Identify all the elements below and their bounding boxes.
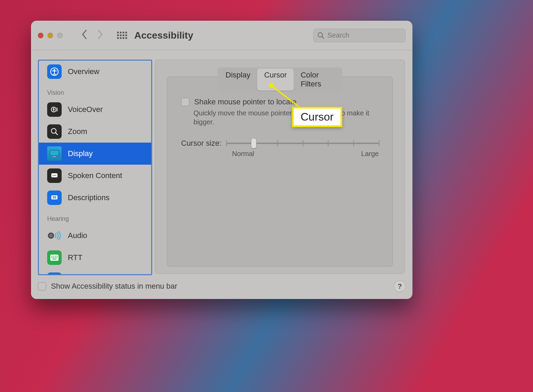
annotation-dot: [269, 83, 274, 88]
sidebar-item-label: Display: [68, 149, 93, 158]
slider-min-label: Normal: [232, 150, 254, 158]
svg-rect-22: [56, 256, 58, 257]
tab-cursor[interactable]: Cursor: [257, 69, 294, 91]
tab-color-filters[interactable]: Color Filters: [294, 69, 341, 91]
svg-point-5: [53, 108, 54, 109]
svg-rect-8: [50, 150, 59, 156]
svg-rect-26: [56, 257, 58, 258]
slider-end-labels: Normal Large: [232, 150, 379, 158]
sidebar-item-label: RTT: [68, 253, 82, 262]
close-icon[interactable]: [38, 33, 43, 38]
svg-rect-23: [51, 257, 52, 258]
svg-point-11: [53, 175, 54, 176]
svg-rect-19: [51, 256, 52, 257]
sidebar-item-voiceover[interactable]: VoiceOver: [39, 99, 151, 121]
zoom-icon: [47, 124, 62, 139]
sidebar-item-audio[interactable]: Audio: [39, 225, 151, 247]
svg-rect-21: [55, 256, 56, 257]
shake-pointer-checkbox[interactable]: [181, 98, 189, 106]
svg-point-13: [55, 175, 56, 176]
descriptions-icon: 99: [47, 190, 62, 205]
show-status-checkbox[interactable]: [38, 282, 46, 290]
annotation-callout: Cursor: [292, 107, 342, 127]
help-button[interactable]: ?: [394, 280, 406, 292]
svg-rect-20: [53, 256, 54, 257]
sidebar-section-hearing: Hearing: [39, 209, 151, 225]
voiceover-icon: [47, 102, 62, 117]
sidebar-item-label: Audio: [68, 231, 87, 240]
titlebar: Accessibility: [31, 21, 412, 50]
annotation-label: Cursor: [301, 111, 334, 123]
sidebar-item-overview[interactable]: Overview: [39, 61, 151, 83]
show-all-icon[interactable]: [117, 31, 127, 40]
shake-pointer-label: Shake mouse pointer to locate: [194, 97, 296, 106]
tab-bar: Display Cursor Color Filters: [218, 68, 342, 92]
sidebar: Overview Vision VoiceOver Zoom Displa: [38, 60, 152, 275]
cursor-size-label: Cursor size:: [181, 139, 221, 148]
sidebar-section-vision: Vision: [39, 83, 151, 99]
shake-pointer-row: Shake mouse pointer to locate: [181, 97, 379, 106]
main-panel: Shake mouse pointer to locate Quickly mo…: [155, 60, 405, 274]
content-box: Shake mouse pointer to locate Quickly mo…: [167, 76, 393, 267]
captions-icon: [47, 272, 62, 275]
audio-icon: [47, 228, 62, 243]
search-icon: [317, 32, 325, 39]
preferences-window: Accessibility Overview Vision VoiceOver: [31, 21, 412, 299]
svg-point-17: [49, 234, 53, 237]
sidebar-item-label: VoiceOver: [68, 105, 103, 114]
slider-max-label: Large: [361, 150, 379, 158]
rtt-icon: [47, 250, 62, 265]
cursor-size-slider[interactable]: [226, 139, 379, 147]
window-body: Overview Vision VoiceOver Zoom Displa: [31, 50, 412, 299]
svg-rect-25: [55, 257, 56, 258]
sidebar-item-spoken-content[interactable]: Spoken Content: [39, 165, 151, 187]
shake-pointer-description: Quickly move the mouse pointer back and …: [194, 109, 379, 126]
sidebar-item-display[interactable]: Display: [39, 143, 151, 165]
show-status-label: Show Accessibility status in menu bar: [51, 282, 177, 291]
sidebar-item-rtt[interactable]: RTT: [39, 247, 151, 269]
forward-button[interactable]: [97, 30, 103, 41]
sidebar-item-zoom[interactable]: Zoom: [39, 121, 151, 143]
svg-line-7: [55, 133, 58, 135]
footer-left: Show Accessibility status in menu bar: [38, 282, 177, 291]
traffic-lights: [38, 33, 63, 38]
minimize-icon[interactable]: [48, 33, 53, 38]
svg-rect-27: [52, 259, 56, 259]
svg-point-3: [54, 69, 55, 71]
display-icon: [47, 146, 62, 161]
svg-rect-9: [53, 156, 56, 157]
sidebar-item-captions[interactable]: Captions: [39, 269, 151, 275]
sidebar-item-label: Zoom: [68, 127, 87, 136]
back-button[interactable]: [81, 30, 87, 41]
sidebar-item-label: Overview: [68, 67, 100, 76]
search-field-wrap[interactable]: [313, 29, 406, 42]
spoken-content-icon: [47, 168, 62, 183]
sidebar-item-label: Spoken Content: [68, 171, 122, 180]
nav-arrows: [81, 30, 103, 41]
svg-point-12: [54, 175, 55, 176]
svg-line-1: [322, 36, 324, 38]
window-title: Accessibility: [134, 30, 193, 41]
search-input[interactable]: [327, 31, 402, 40]
footer-row: Show Accessibility status in menu bar ?: [38, 280, 406, 292]
zoom-window-icon[interactable]: [57, 33, 63, 38]
overview-icon: [47, 64, 62, 79]
svg-text:99: 99: [52, 196, 56, 199]
cursor-size-row: Cursor size:: [181, 139, 379, 148]
svg-rect-24: [53, 257, 54, 258]
sidebar-item-descriptions[interactable]: 99 Descriptions: [39, 187, 151, 209]
slider-thumb[interactable]: [251, 138, 257, 148]
tab-display[interactable]: Display: [219, 69, 257, 91]
sidebar-item-label: Descriptions: [68, 193, 109, 202]
